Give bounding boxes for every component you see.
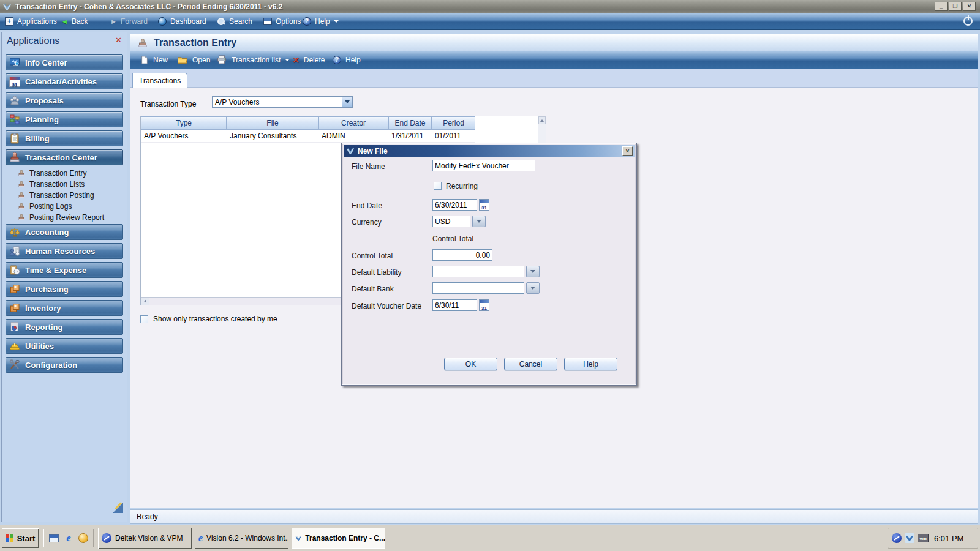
show-only-mine-label: Show only transactions created by me: [153, 315, 277, 323]
sidebar-item-configuration[interactable]: Configuration: [6, 357, 123, 373]
delete-x-icon: ✕: [292, 55, 300, 65]
task-vision-browser[interactable]: e Vision 6.2 - Windows Int...: [195, 528, 288, 549]
new-file-dialog: New File ✕ File Name Recurring End Date …: [341, 143, 637, 386]
sidebar-item-transaction-center[interactable]: Transaction Center: [6, 149, 123, 165]
dialog-titlebar: New File ✕: [344, 145, 635, 157]
default-liability-label: Default Liability: [352, 268, 401, 277]
control-total-input[interactable]: [432, 249, 492, 261]
sidebar-subitem-transaction-lists[interactable]: Transaction Lists: [18, 179, 126, 190]
file-name-input[interactable]: [432, 160, 535, 171]
column-header-period[interactable]: Period: [432, 116, 475, 130]
sidebar-item-utilities[interactable]: Utilities: [6, 338, 123, 354]
transaction-toolbar: New Open Transaction list ✕ Delete ? Hel…: [130, 51, 978, 69]
default-bank-input[interactable]: [432, 282, 524, 294]
column-header-type[interactable]: Type: [141, 116, 227, 130]
scroll-up-icon[interactable]: [538, 116, 546, 124]
column-header-creator[interactable]: Creator: [318, 116, 388, 130]
cancel-button[interactable]: Cancel: [504, 358, 557, 370]
start-button[interactable]: Start: [2, 528, 39, 548]
logout-power-icon[interactable]: [963, 17, 973, 26]
transaction-type-combobox[interactable]: A/P Vouchers: [212, 96, 353, 108]
menu-help[interactable]: ? Help: [303, 13, 339, 29]
default-voucher-date-calendar-icon[interactable]: 31: [479, 299, 489, 311]
open-folder-icon: [177, 55, 188, 64]
minimize-button[interactable]: _: [935, 2, 948, 11]
close-button[interactable]: ✕: [963, 2, 976, 11]
task-deltek-vision-vpm[interactable]: Deltek Vision & VPM: [98, 528, 192, 549]
transaction-type-value: A/P Vouchers: [213, 98, 342, 107]
transaction-list-button[interactable]: Transaction list: [216, 51, 290, 68]
end-date-calendar-icon[interactable]: 31: [479, 199, 489, 211]
help-icon: ?: [303, 17, 311, 26]
delete-button[interactable]: ✕ Delete: [292, 51, 325, 68]
quicklaunch-security-icon[interactable]: [77, 532, 89, 544]
quicklaunch-internet-explorer-icon[interactable]: e: [62, 532, 75, 544]
end-date-input[interactable]: [432, 199, 477, 211]
scroll-left-icon[interactable]: [141, 298, 149, 305]
sidebar-item-planning[interactable]: Planning: [6, 111, 123, 127]
sidebar-item-calendar-activities[interactable]: 31 Calendar/Activities: [6, 73, 123, 89]
tray-vpm-icon[interactable]: [892, 533, 902, 543]
recurring-checkbox[interactable]: [434, 182, 442, 190]
show-only-mine-checkbox[interactable]: [140, 315, 148, 323]
restore-button[interactable]: ❐: [949, 2, 962, 11]
status-text: Ready: [137, 512, 158, 521]
column-header-end-date[interactable]: End Date: [388, 116, 432, 130]
dialog-help-button[interactable]: Help: [564, 358, 617, 370]
sidebar-item-proposals[interactable]: Proposals: [6, 92, 123, 108]
posting-review-report-icon: [18, 214, 25, 221]
sidebar-item-time-expense[interactable]: Time & Expense: [6, 262, 123, 278]
default-liability-dropdown-icon[interactable]: [526, 266, 540, 277]
column-header-file[interactable]: File: [227, 116, 318, 130]
sidebar-item-billing[interactable]: Billing: [6, 130, 123, 146]
forward-arrow-icon: ►: [110, 18, 117, 25]
new-button[interactable]: New: [140, 51, 168, 68]
menu-dashboard[interactable]: Dashboard: [158, 13, 206, 29]
tab-bar: Transactions: [130, 69, 978, 88]
sidebar-item-reporting[interactable]: Reporting: [6, 319, 123, 335]
transaction-type-dropdown-icon[interactable]: [342, 97, 352, 107]
sidebar-title: Applications: [7, 36, 59, 47]
help-icon: ?: [333, 56, 341, 64]
sidebar-subitem-posting-review-report[interactable]: Posting Review Report: [18, 212, 126, 223]
configuration-icon: [9, 359, 20, 370]
menu-options[interactable]: Options: [263, 13, 301, 29]
recurring-label: Recurring: [446, 182, 478, 190]
menu-forward[interactable]: ► Forward: [110, 13, 148, 29]
open-button[interactable]: Open: [177, 51, 210, 68]
sidebar-item-human-resources[interactable]: Human Resources: [6, 243, 123, 259]
default-liability-input[interactable]: [432, 266, 524, 277]
menu-back[interactable]: ◄ Back: [61, 13, 88, 29]
sidebar-close-icon[interactable]: ✕: [115, 36, 122, 45]
task-transaction-entry[interactable]: Transaction Entry - C...: [292, 528, 385, 549]
menu-applications[interactable]: + Applications: [5, 13, 57, 29]
tray-clock[interactable]: 6:01 PM: [934, 534, 963, 543]
currency-input[interactable]: [432, 216, 470, 227]
sidebar-item-purchasing[interactable]: Purchasing: [6, 281, 123, 297]
sidebar-subitem-posting-logs[interactable]: Posting Logs: [18, 201, 126, 212]
sidebar-subitem-transaction-entry[interactable]: Transaction Entry: [18, 168, 126, 179]
new-document-icon: [140, 55, 149, 65]
sidebar-resize-grip[interactable]: [113, 503, 123, 513]
quicklaunch-desktop-icon[interactable]: [48, 532, 60, 544]
tray-deltek-vision-icon[interactable]: [905, 533, 914, 543]
default-bank-dropdown-icon[interactable]: [526, 282, 540, 294]
menu-search[interactable]: Search: [217, 13, 252, 29]
tray-vm-icon[interactable]: vm: [918, 534, 929, 542]
ok-button[interactable]: OK: [444, 358, 497, 370]
tab-transactions[interactable]: Transactions: [132, 73, 187, 88]
dialog-close-icon[interactable]: ✕: [622, 146, 633, 156]
sidebar-item-inventory[interactable]: Inventory: [6, 300, 123, 316]
dialog-title: New File: [358, 147, 388, 156]
sidebar-item-info-center[interactable]: Info Center: [6, 54, 123, 70]
toolbar-help-button[interactable]: ? Help: [333, 51, 361, 68]
currency-dropdown-icon[interactable]: [472, 216, 486, 227]
default-voucher-date-input[interactable]: [432, 299, 477, 311]
window-titlebar: Transaction Entry - Cohen & Associates L…: [0, 0, 980, 13]
sidebar-subitem-transaction-posting[interactable]: Transaction Posting: [18, 190, 126, 201]
options-icon: [263, 18, 272, 25]
sidebar-item-accounting[interactable]: Accounting: [6, 224, 123, 240]
screen: Transaction Entry - Cohen & Associates L…: [0, 0, 980, 551]
time-expense-icon: [9, 264, 20, 276]
applications-icon: +: [5, 17, 13, 26]
